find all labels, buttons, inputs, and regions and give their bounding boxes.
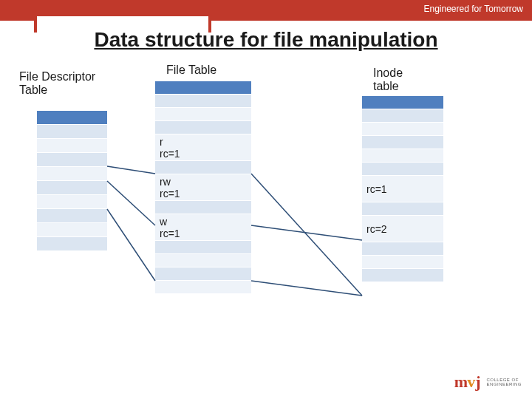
table-header xyxy=(362,96,443,109)
file-descriptor-table xyxy=(37,111,107,251)
label-inode-table: Inode table xyxy=(373,66,403,94)
logo-sub: COLLEGE OFENGINEERING xyxy=(486,378,522,386)
cell-text: rc=1 xyxy=(362,176,443,202)
svg-line-0 xyxy=(107,166,155,174)
logo: mvj COLLEGE OFENGINEERING xyxy=(454,372,522,392)
logo-j: j xyxy=(475,372,480,391)
table-header xyxy=(37,111,107,125)
cell-text: rc=2 xyxy=(362,216,443,242)
table-row xyxy=(155,121,251,134)
table-row xyxy=(155,281,251,294)
table-row xyxy=(362,163,443,176)
table-row xyxy=(362,202,443,216)
table-row xyxy=(155,267,251,281)
inode-table: rc=1rc=2 xyxy=(362,96,443,282)
table-row xyxy=(362,149,443,163)
table-row: w rc=1 xyxy=(155,214,251,241)
table-row xyxy=(37,181,107,195)
table-row xyxy=(37,153,107,167)
label-file-descriptor-table: File Descriptor Table xyxy=(19,70,95,98)
table-header xyxy=(155,81,251,95)
table-row xyxy=(155,201,251,214)
table-row: rc=1 xyxy=(362,176,443,202)
table-row xyxy=(37,237,107,251)
table-row: rc=2 xyxy=(362,216,443,242)
svg-line-4 xyxy=(251,225,362,240)
table-row xyxy=(362,123,443,136)
table-row xyxy=(362,136,443,149)
table-row xyxy=(37,195,107,209)
cell-text: rw rc=1 xyxy=(155,174,251,200)
table-row xyxy=(155,108,251,121)
table-row xyxy=(37,209,107,223)
cell-text: w rc=1 xyxy=(155,214,251,240)
table-row xyxy=(362,109,443,123)
table-row xyxy=(362,269,443,282)
table-row xyxy=(155,95,251,108)
table-row: rw rc=1 xyxy=(155,174,251,201)
file-table: r rc=1rw rc=1w rc=1 xyxy=(155,81,251,294)
svg-line-3 xyxy=(251,174,362,296)
table-row xyxy=(362,256,443,269)
table-row xyxy=(37,167,107,181)
table-row xyxy=(155,254,251,267)
label-file-table: File Table xyxy=(166,64,216,77)
table-row xyxy=(362,242,443,256)
table-row xyxy=(37,139,107,153)
svg-line-2 xyxy=(107,209,155,281)
logo-m: m xyxy=(454,372,467,391)
tagline: Engineered for Tomorrow xyxy=(423,4,523,14)
svg-line-5 xyxy=(251,281,362,296)
logo-v: v xyxy=(467,372,475,391)
page-title: Data structure for file manipulation xyxy=(0,28,532,52)
table-row xyxy=(155,161,251,174)
cell-text: r rc=1 xyxy=(155,134,251,160)
table-row xyxy=(155,241,251,254)
table-row xyxy=(37,223,107,237)
table-row xyxy=(37,125,107,139)
svg-line-1 xyxy=(107,181,155,225)
table-row: r rc=1 xyxy=(155,134,251,161)
